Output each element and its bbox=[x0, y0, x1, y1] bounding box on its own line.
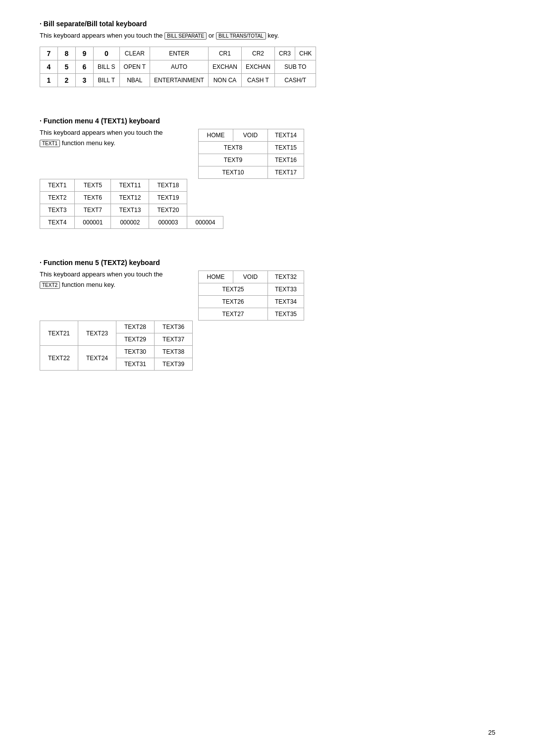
table-cell: TEXT26 bbox=[199, 296, 268, 308]
func5-bottom-table: TEXT21 TEXT23 TEXT28 TEXT36 TEXT29 TEXT3… bbox=[40, 321, 193, 371]
func4-bottom-area: TEXT1 TEXT5 TEXT11 TEXT18 TEXT2 TEXT6 TE… bbox=[40, 179, 495, 229]
table-cell: TEXT25 bbox=[199, 283, 268, 296]
func4-section: Function menu 4 (TEXT1) keyboard This ke… bbox=[40, 117, 495, 229]
table-cell: TEXT36 bbox=[155, 321, 193, 333]
table-cell: TEXT37 bbox=[155, 333, 193, 346]
table-cell: BILL T bbox=[94, 74, 120, 87]
table-cell: TEXT35 bbox=[268, 308, 304, 321]
table-cell: TEXT13 bbox=[111, 204, 149, 216]
func5-key-badge: TEXT2 bbox=[40, 281, 60, 289]
table-cell: TEXT6 bbox=[75, 192, 111, 204]
table-cell: SUB TO bbox=[274, 60, 316, 74]
table-cell: 6 bbox=[76, 60, 94, 74]
table-row: HOME VOID TEXT32 bbox=[199, 271, 304, 283]
table-cell: TEXT32 bbox=[268, 271, 304, 283]
func4-right-top: HOME VOID TEXT14 TEXT8 TEXT15 TEXT9 TEXT… bbox=[198, 129, 304, 179]
table-cell: TEXT23 bbox=[78, 321, 116, 346]
table-cell: 000003 bbox=[149, 216, 187, 229]
table-cell: TEXT30 bbox=[116, 346, 155, 358]
table-cell: TEXT10 bbox=[199, 166, 268, 179]
func4-layout: This keyboard appears when you touch the… bbox=[40, 129, 495, 179]
func5-right-top: HOME VOID TEXT32 TEXT25 TEXT33 TEXT26 TE… bbox=[198, 270, 304, 321]
table-cell: CLEAR bbox=[119, 47, 150, 60]
table-row: TEXT9 TEXT16 bbox=[199, 154, 304, 166]
table-cell: AUTO bbox=[150, 60, 209, 74]
bill-section-title: Bill separate/Bill total keyboard bbox=[40, 20, 495, 28]
table-cell: TEXT8 bbox=[199, 142, 268, 154]
table-cell: TEXT12 bbox=[111, 192, 149, 204]
table-cell: ENTERTAINMENT bbox=[150, 74, 209, 87]
table-cell: BILL S bbox=[94, 60, 120, 74]
table-row: TEXT10 TEXT17 bbox=[199, 166, 304, 179]
bill-key-suffix: key. bbox=[268, 32, 279, 39]
func5-desc-block: This keyboard appears when you touch the… bbox=[40, 270, 198, 292]
table-row: TEXT3 TEXT7 TEXT13 TEXT20 bbox=[40, 204, 223, 216]
table-cell: 2 bbox=[58, 74, 76, 87]
func4-desc-block: This keyboard appears when you touch the… bbox=[40, 129, 198, 150]
func4-key-suffix: function menu key. bbox=[62, 139, 115, 147]
table-cell: VOID bbox=[233, 271, 268, 283]
table-cell: CR2 bbox=[241, 47, 274, 60]
table-cell: TEXT27 bbox=[199, 308, 268, 321]
table-cell: 000002 bbox=[111, 216, 149, 229]
func4-top-table: HOME VOID TEXT14 TEXT8 TEXT15 TEXT9 TEXT… bbox=[198, 129, 304, 179]
table-row: HOME VOID TEXT14 bbox=[199, 129, 304, 142]
func4-key-line: TEXT1 function menu key. bbox=[40, 139, 198, 147]
table-cell: TEXT21 bbox=[40, 321, 78, 346]
table-cell: TEXT31 bbox=[116, 358, 155, 371]
func4-key-badge: TEXT1 bbox=[40, 140, 60, 147]
table-cell: 5 bbox=[58, 60, 76, 74]
table-cell: VOID bbox=[233, 129, 268, 142]
table-cell: NBAL bbox=[119, 74, 150, 87]
func5-key-line: TEXT2 function menu key. bbox=[40, 281, 198, 289]
table-row: TEXT21 TEXT23 TEXT28 TEXT36 bbox=[40, 321, 193, 333]
table-row: 7 8 9 0 CLEAR ENTER CR1 CR2 CR3 CHK bbox=[40, 47, 316, 60]
func5-title: Function menu 5 (TEXT2) keyboard bbox=[40, 259, 495, 267]
bill-section: Bill separate/Bill total keyboard This k… bbox=[40, 20, 495, 87]
table-cell: TEXT18 bbox=[149, 179, 187, 192]
table-cell: EXCHAN bbox=[208, 60, 241, 74]
bill-keyboard-table: 7 8 9 0 CLEAR ENTER CR1 CR2 CR3 CHK 4 5 … bbox=[40, 47, 316, 87]
func5-section: Function menu 5 (TEXT2) keyboard This ke… bbox=[40, 259, 495, 371]
table-cell: 7 bbox=[40, 47, 58, 60]
table-cell: TEXT22 bbox=[40, 346, 78, 371]
bill-or-text: or bbox=[209, 32, 216, 39]
table-cell: HOME bbox=[199, 129, 233, 142]
table-cell: 8 bbox=[58, 47, 76, 60]
func5-key-suffix: function menu key. bbox=[62, 281, 115, 288]
func4-bottom-table: TEXT1 TEXT5 TEXT11 TEXT18 TEXT2 TEXT6 TE… bbox=[40, 179, 223, 229]
table-cell: TEXT19 bbox=[149, 192, 187, 204]
table-row: TEXT8 TEXT15 bbox=[199, 142, 304, 154]
table-cell: TEXT17 bbox=[268, 166, 304, 179]
table-cell: TEXT39 bbox=[155, 358, 193, 371]
table-cell: CHK bbox=[295, 47, 316, 60]
table-cell: 1 bbox=[40, 74, 58, 87]
table-cell: TEXT4 bbox=[40, 216, 75, 229]
table-cell: TEXT20 bbox=[149, 204, 187, 216]
table-cell: OPEN T bbox=[119, 60, 150, 74]
table-cell: TEXT5 bbox=[75, 179, 111, 192]
func5-bottom-area: TEXT21 TEXT23 TEXT28 TEXT36 TEXT29 TEXT3… bbox=[40, 321, 495, 371]
table-row: TEXT25 TEXT33 bbox=[199, 283, 304, 296]
table-cell: TEXT2 bbox=[40, 192, 75, 204]
table-cell: 000001 bbox=[75, 216, 111, 229]
table-cell: ENTER bbox=[150, 47, 209, 60]
func4-desc: This keyboard appears when you touch the bbox=[40, 129, 198, 136]
table-cell: NON CA bbox=[208, 74, 241, 87]
func5-desc: This keyboard appears when you touch the bbox=[40, 270, 198, 278]
table-row: TEXT2 TEXT6 TEXT12 TEXT19 bbox=[40, 192, 223, 204]
table-row: TEXT26 TEXT34 bbox=[199, 296, 304, 308]
table-cell: TEXT9 bbox=[199, 154, 268, 166]
page-number: 25 bbox=[488, 729, 495, 736]
table-cell: EXCHAN bbox=[241, 60, 274, 74]
func4-title: Function menu 4 (TEXT1) keyboard bbox=[40, 117, 495, 125]
table-cell: TEXT16 bbox=[268, 154, 304, 166]
table-cell: HOME bbox=[199, 271, 233, 283]
table-cell: 4 bbox=[40, 60, 58, 74]
table-row: TEXT1 TEXT5 TEXT11 TEXT18 bbox=[40, 179, 223, 192]
table-cell: TEXT1 bbox=[40, 179, 75, 192]
table-cell: TEXT33 bbox=[268, 283, 304, 296]
table-row: 1 2 3 BILL T NBAL ENTERTAINMENT NON CA C… bbox=[40, 74, 316, 87]
table-cell: 000004 bbox=[187, 216, 223, 229]
table-cell: TEXT29 bbox=[116, 333, 155, 346]
